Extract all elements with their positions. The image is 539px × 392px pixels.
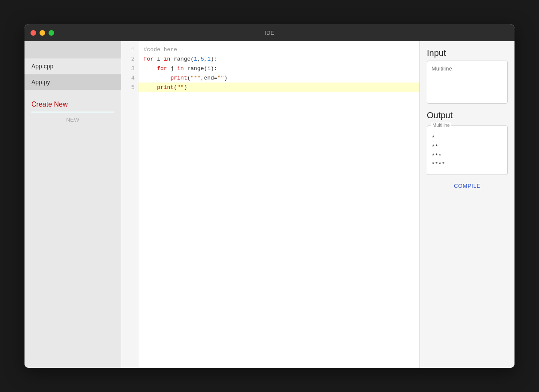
code-line-1: #code here <box>138 45 420 54</box>
sidebar-top-bar <box>24 41 121 58</box>
input-title: Input <box>427 48 508 58</box>
right-panel: Input Output Multiline * ** *** **** COM… <box>420 41 514 368</box>
output-box: Multiline * ** *** **** <box>427 126 508 175</box>
output-lines: * ** *** **** <box>432 134 503 169</box>
input-section: Input <box>427 48 508 105</box>
maximize-button[interactable] <box>49 30 54 36</box>
output-line-2: ** <box>432 143 503 152</box>
output-section: Output Multiline * ** *** **** <box>427 110 508 175</box>
editor-panel: 1 2 3 4 5 #code here for i in range( 1 <box>121 41 420 368</box>
ide-window: IDE App.cpp App.py Create New NEW 1 <box>24 24 514 368</box>
minimize-button[interactable] <box>40 30 45 36</box>
titlebar: IDE <box>24 24 514 41</box>
line-num-4: 4 <box>121 73 138 83</box>
create-new-button[interactable]: Create New <box>31 101 114 112</box>
create-new-section: Create New NEW <box>24 94 121 130</box>
input-textarea[interactable] <box>427 61 508 104</box>
code-line-5: print ( "" ) <box>138 83 420 92</box>
line-numbers: 1 2 3 4 5 <box>121 41 138 368</box>
output-title: Output <box>427 110 508 120</box>
file-item-app-py[interactable]: App.py <box>24 74 121 90</box>
line-num-1: 1 <box>121 45 138 54</box>
output-line-4: **** <box>432 160 503 169</box>
line-num-2: 2 <box>121 54 138 64</box>
output-line-3: *** <box>432 152 503 161</box>
code-editor[interactable]: #code here for i in range( 1 , 5 , 1 ): <box>138 41 420 368</box>
sidebar: App.cpp App.py Create New NEW <box>24 41 121 368</box>
new-label: NEW <box>31 116 114 123</box>
traffic-lights <box>31 30 54 36</box>
window-title: IDE <box>265 30 274 36</box>
compile-button[interactable]: COMPILE <box>454 180 481 192</box>
close-button[interactable] <box>31 30 36 36</box>
file-item-app-cpp[interactable]: App.cpp <box>24 58 121 74</box>
main-content: App.cpp App.py Create New NEW 1 2 3 4 5 <box>24 41 514 368</box>
code-line-4: print ( "*" ,end= "" ) <box>138 73 420 83</box>
output-multiline-label: Multiline <box>431 122 451 128</box>
code-line-3: for j in range(i): <box>138 64 420 73</box>
file-list: App.cpp App.py <box>24 58 121 90</box>
output-line-1: * <box>432 134 503 143</box>
code-line-2: for i in range( 1 , 5 , 1 ): <box>138 54 420 64</box>
line-num-5: 5 <box>121 83 138 92</box>
line-num-3: 3 <box>121 64 138 73</box>
